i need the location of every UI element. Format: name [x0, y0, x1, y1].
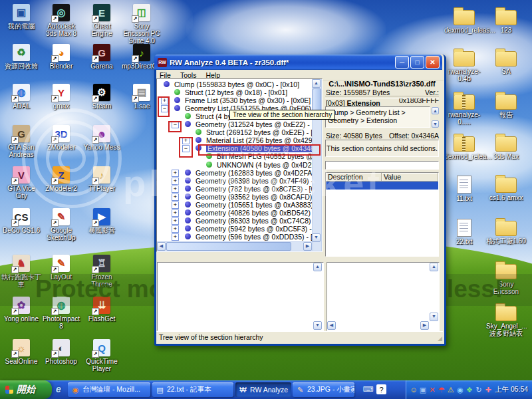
scroll-left-icon[interactable]: ◀ — [157, 242, 166, 251]
value-input[interactable] — [325, 161, 439, 170]
desktop-icon-sa[interactable]: SA — [486, 47, 526, 75]
taskbar-button-paint[interactable]: ✎23.JPG - 小畫家 — [293, 382, 354, 397]
table-selected-row[interactable] — [326, 182, 438, 190]
taskbar-button-notepad[interactable]: ▤22.txt - 記事本 — [152, 382, 233, 397]
desktop-icon-gmax[interactable]: Y↗gmax — [41, 84, 81, 110]
desktop-icon-sky_angel_...[interactable]: Sky_Angel_... 波多野結衣 — [486, 301, 526, 337]
graphics-driver-icon[interactable]: ❖ — [465, 380, 474, 399]
scroll-up-icon[interactable]: ▲ — [312, 79, 321, 88]
scroll-left-icon[interactable]: ◀ — [327, 321, 336, 330]
desktop-icon-adal[interactable]: ◍↗ADAL — [1, 84, 41, 110]
tree-row[interactable]: +Geometry (40826 bytes @ 0xBD542) - [0x0… — [157, 209, 312, 217]
expand-toggle-icon[interactable]: + — [172, 209, 179, 217]
scroll-up-icon[interactable]: ▲ — [313, 263, 322, 271]
start-button[interactable]: 開始 — [0, 380, 52, 399]
tree-row[interactable]: UNKNOWN (4 bytes @ 0x4D2EA) - [0x2 — [157, 161, 312, 169]
window-titlebar[interactable]: RW RW Analyze 0.4 BETA - zr350.dff* ─ □ … — [154, 55, 442, 70]
desktop-icon-報告[interactable]: 報告 — [486, 90, 526, 118]
tree-row[interactable]: +Geometry (5942 bytes @ 0xDC5F3) - [0x0F… — [157, 225, 312, 233]
minimize-button[interactable]: ─ — [395, 56, 409, 68]
desktop-icon-photoshop[interactable]: ◐↗Photoshop — [41, 339, 81, 365]
desktop-icon-zmodeler2[interactable]: Z↗ZModeler2 — [41, 166, 81, 192]
scroll-right-icon[interactable]: ▶ — [303, 242, 312, 251]
desktop-icon-rwanalyze-0.4b[interactable]: rwanalyze-0.4b — [444, 47, 484, 82]
expand-toggle-icon[interactable]: + — [172, 170, 179, 177]
desktop-icon-資源回收筒[interactable]: ♻資源回收筒 — [1, 44, 41, 70]
desktop-icon-ttplayer[interactable]: ♪↗TTPlayer — [82, 166, 122, 192]
volume-icon[interactable]: ◉ — [456, 380, 465, 399]
desktop-icon-cs1.6-amxx[interactable]: cs1.6 amxx — [486, 173, 526, 201]
desktop-icon-sony-ericsson-pc-suite-4.0[interactable]: ◫↗Sony Ericsson PC Suite 4.0 — [122, 4, 162, 45]
expand-toggle-icon[interactable]: + — [172, 194, 179, 201]
security-shield-icon[interactable]: ✚ — [483, 380, 493, 399]
expand-toggle-icon[interactable]: + — [172, 186, 179, 193]
desktop-icon-zmodeler[interactable]: 3D↗ZModeler — [41, 125, 81, 151]
network-places-icon[interactable]: ▣ — [418, 380, 428, 399]
maximize-button[interactable]: □ — [410, 56, 424, 68]
scroll-down-icon[interactable]: ▼ — [432, 120, 439, 128]
desktop-icon-gta-san-andreas[interactable]: G↗GTA San Andreas — [1, 125, 41, 158]
expand-toggle-icon[interactable]: + — [172, 233, 179, 241]
tree-row[interactable]: +Geometry (86303 bytes @ 0xC74C8) - [0x0… — [157, 217, 312, 225]
keyboard-icon[interactable]: ⌨ — [363, 384, 373, 394]
column-header-description[interactable]: Description — [326, 173, 382, 182]
tree-row[interactable]: +Geometry (162883 bytes @ 0x4D2FA) - [0x… — [157, 169, 312, 177]
expand-toggle-icon[interactable]: + — [172, 178, 179, 185]
desktop-icon-3ds-max[interactable]: 3ds Max — [486, 132, 526, 160]
menu-file[interactable]: File — [160, 71, 171, 79]
scroll-right-icon[interactable]: ▶ — [420, 321, 429, 330]
desktop-icon-autodesk-3ds-max-8[interactable]: ◎↗Autodesk 3ds Max 8 — [41, 4, 81, 37]
close-button[interactable]: ✕ — [426, 56, 440, 68]
desktop-icon-22.txt[interactable]: 22.txt — [444, 216, 484, 245]
desktop-icon-11.txt[interactable]: 11.txt — [444, 173, 484, 202]
expand-toggle-icon[interactable]: + — [172, 225, 179, 233]
desktop-icon-quicktime-player[interactable]: Q↗QuickTime Player — [82, 339, 122, 372]
scroll-up-icon[interactable]: ▲ — [430, 263, 438, 271]
clock[interactable]: 上午 05:54 — [495, 385, 528, 394]
updater-icon[interactable]: ↻ — [474, 380, 483, 399]
column-header-value[interactable]: Value — [382, 173, 438, 182]
desktop-icon-dexmod_relea...[interactable]: dexmod_relea... — [444, 132, 484, 160]
scroll-down-icon[interactable]: ▼ — [312, 233, 321, 242]
desktop-icon-gta-vice-city[interactable]: V↗GTA Vice City — [1, 166, 41, 200]
taskbar-button-rw-analyze[interactable]: ₩RW Analyze — [235, 382, 291, 397]
desktop-icon-暴風影音[interactable]: ▶↗暴風影音 — [82, 208, 122, 234]
resize-grip[interactable]: ◢ — [438, 335, 442, 342]
messenger-smiley-icon[interactable]: ☺ — [409, 380, 418, 399]
tree-row[interactable]: +Frame List (3530 bytes @ 0x30) - [0x0E] — [157, 96, 312, 104]
detail-pane-left[interactable] — [157, 262, 324, 331]
tree-row[interactable]: Clump (1559833 bytes @ 0x0C) - [0x10] — [157, 80, 312, 88]
scroll-up-icon[interactable]: ▲ — [432, 107, 439, 114]
desktop-icon-google-sketchup[interactable]: ✎↗Google SketchUp — [41, 208, 81, 241]
desktop-icon-dexmod_releas...[interactable]: dexmod_releas... — [444, 5, 484, 34]
menu-tools[interactable]: Tools — [180, 71, 197, 79]
scroll-down-icon[interactable]: ▼ — [313, 321, 322, 330]
desktop-icon-sealonline[interactable]: ☼↗SealOnline — [1, 339, 41, 365]
warning-icon[interactable]: ⚠ — [446, 380, 456, 399]
internet-explorer-icon[interactable]: e — [56, 384, 66, 394]
section-tree[interactable]: Clump (1559833 bytes @ 0x0C) - [0x10]Str… — [157, 79, 312, 241]
menu-help[interactable]: Help — [205, 71, 220, 79]
desktop-icon-steam[interactable]: ⚙↗Steam — [82, 84, 122, 110]
desktop-icon-我的電腦[interactable]: ▣我的電腦 — [1, 4, 41, 30]
tree-row[interactable]: Struct (12 bytes @ 0x18) - [0x01] — [157, 88, 312, 96]
desktop-icon-cheat-engine[interactable]: E↗Cheat Engine — [82, 4, 122, 37]
stop-x-icon[interactable]: ✕ — [428, 380, 437, 399]
tree-row[interactable]: +Geometry (596 bytes @ 0xDDD35) - [0x0F] — [157, 233, 312, 241]
desktop-icon-123[interactable]: 123 — [486, 5, 526, 34]
desktop-icon-yahoo-mess[interactable]: ☻↗Yahoo Mess — [82, 125, 122, 151]
desktop-icon-garena[interactable]: G↗Garena — [82, 44, 122, 70]
tree-row[interactable]: +Geometry (782 bytes @ 0x8C7E3) - [0x0F] — [157, 185, 312, 193]
tree-hscroll-thumb[interactable] — [166, 242, 291, 251]
tree-row[interactable]: +Geometry (105651 bytes @ 0xA3883) - [0x… — [157, 201, 312, 209]
tree-row[interactable]: +Geometry (93562 bytes @ 0x8CAFD) - [0x0… — [157, 193, 312, 201]
desktop-icon-deco-cs1.6[interactable]: CS↗DeCo CS1.6 — [1, 208, 41, 234]
expand-toggle-icon[interactable]: + — [172, 201, 179, 209]
taskbar-button-firefox[interactable]: ◉台灣論壇 - Mozill... — [68, 382, 150, 397]
desktop-icon-格式工廠1.60[interactable]: 格式工廠1.60 — [486, 216, 526, 245]
help-icon[interactable]: ? — [376, 384, 386, 394]
desktop-icon-blender[interactable]: ◕↗Blender — [41, 44, 81, 70]
scroll-down-icon[interactable]: ▼ — [430, 313, 438, 321]
expand-toggle-icon[interactable]: + — [172, 217, 179, 225]
avira-umbrella-icon[interactable]: ☂ — [437, 380, 446, 399]
